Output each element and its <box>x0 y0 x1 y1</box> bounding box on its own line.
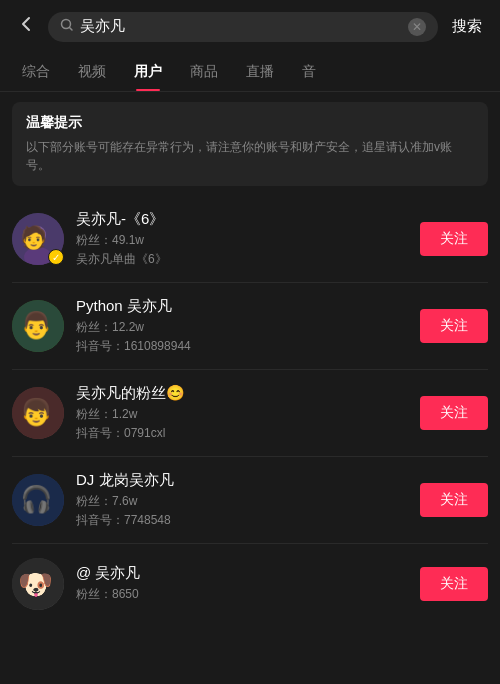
follow-button[interactable]: 关注 <box>420 222 488 256</box>
avatar-wrap: 👦 <box>12 387 64 439</box>
avatar-wrap: 🧑 ✓ <box>12 213 64 265</box>
user-fans: 粉丝：7.6w <box>76 493 408 510</box>
avatar: 👨 <box>12 300 64 352</box>
follow-button[interactable]: 关注 <box>420 396 488 430</box>
svg-text:🧑: 🧑 <box>20 224 48 251</box>
search-confirm-button[interactable]: 搜索 <box>446 13 488 40</box>
avatar-wrap: 🎧 <box>12 474 64 526</box>
user-name: DJ 龙岗吴亦凡 <box>76 471 408 490</box>
back-button[interactable] <box>12 10 40 43</box>
user-fans: 粉丝：1.2w <box>76 406 408 423</box>
list-item: 👦 吴亦凡的粉丝😊 粉丝：1.2w 抖音号：0791cxl 关注 <box>12 370 488 457</box>
search-input[interactable] <box>80 18 402 35</box>
user-name: Python 吴亦凡 <box>76 297 408 316</box>
user-info: DJ 龙岗吴亦凡 粉丝：7.6w 抖音号：7748548 <box>76 471 408 529</box>
user-fans: 粉丝：49.1w <box>76 232 408 249</box>
tab-comprehensive[interactable]: 综合 <box>8 53 64 91</box>
list-item: 🧑 ✓ 吴亦凡-《6》 粉丝：49.1w 吴亦凡单曲《6》 关注 <box>12 196 488 283</box>
warning-text: 以下部分账号可能存在异常行为，请注意你的账号和财产安全，追星请认准加v账号。 <box>26 138 474 174</box>
user-info: 吴亦凡的粉丝😊 粉丝：1.2w 抖音号：0791cxl <box>76 384 408 442</box>
user-info: Python 吴亦凡 粉丝：12.2w 抖音号：1610898944 <box>76 297 408 355</box>
user-fans: 粉丝：8650 <box>76 586 408 603</box>
svg-text:👦: 👦 <box>20 396 53 428</box>
avatar: 🎧 <box>12 474 64 526</box>
follow-button[interactable]: 关注 <box>420 567 488 601</box>
tab-product[interactable]: 商品 <box>176 53 232 91</box>
user-info: @ 吴亦凡 粉丝：8650 <box>76 564 408 605</box>
list-item: 🐶 @ 吴亦凡 粉丝：8650 关注 <box>12 544 488 624</box>
clear-button[interactable]: ✕ <box>408 18 426 36</box>
avatar-wrap: 👨 <box>12 300 64 352</box>
user-info: 吴亦凡-《6》 粉丝：49.1w 吴亦凡单曲《6》 <box>76 210 408 268</box>
header: ✕ 搜索 <box>0 0 500 53</box>
svg-text:🎧: 🎧 <box>20 483 53 515</box>
verified-badge: ✓ <box>48 249 64 265</box>
warning-box: 温馨提示 以下部分账号可能存在异常行为，请注意你的账号和财产安全，追星请认准加v… <box>12 102 488 186</box>
tab-video[interactable]: 视频 <box>64 53 120 91</box>
svg-text:🐶: 🐶 <box>18 568 53 601</box>
search-bar: ✕ <box>48 12 438 42</box>
user-name: 吴亦凡的粉丝😊 <box>76 384 408 403</box>
svg-text:👨: 👨 <box>20 309 53 341</box>
warning-title: 温馨提示 <box>26 114 474 132</box>
user-id: 抖音号：0791cxl <box>76 425 408 442</box>
tab-live[interactable]: 直播 <box>232 53 288 91</box>
user-name: 吴亦凡-《6》 <box>76 210 408 229</box>
list-item: 👨 Python 吴亦凡 粉丝：12.2w 抖音号：1610898944 关注 <box>12 283 488 370</box>
avatar: 🐶 <box>12 558 64 610</box>
user-id: 抖音号：1610898944 <box>76 338 408 355</box>
follow-button[interactable]: 关注 <box>420 309 488 343</box>
user-list: 🧑 ✓ 吴亦凡-《6》 粉丝：49.1w 吴亦凡单曲《6》 关注 👨 Pytho… <box>0 196 500 624</box>
user-id: 抖音号：7748548 <box>76 512 408 529</box>
tab-user[interactable]: 用户 <box>120 53 176 91</box>
user-fans: 粉丝：12.2w <box>76 319 408 336</box>
search-icon <box>60 18 74 35</box>
tab-music[interactable]: 音 <box>288 53 330 91</box>
tab-bar: 综合 视频 用户 商品 直播 音 <box>0 53 500 92</box>
user-sub: 吴亦凡单曲《6》 <box>76 251 408 268</box>
list-item: 🎧 DJ 龙岗吴亦凡 粉丝：7.6w 抖音号：7748548 关注 <box>12 457 488 544</box>
follow-button[interactable]: 关注 <box>420 483 488 517</box>
user-name: @ 吴亦凡 <box>76 564 408 583</box>
avatar: 👦 <box>12 387 64 439</box>
avatar-wrap: 🐶 <box>12 558 64 610</box>
